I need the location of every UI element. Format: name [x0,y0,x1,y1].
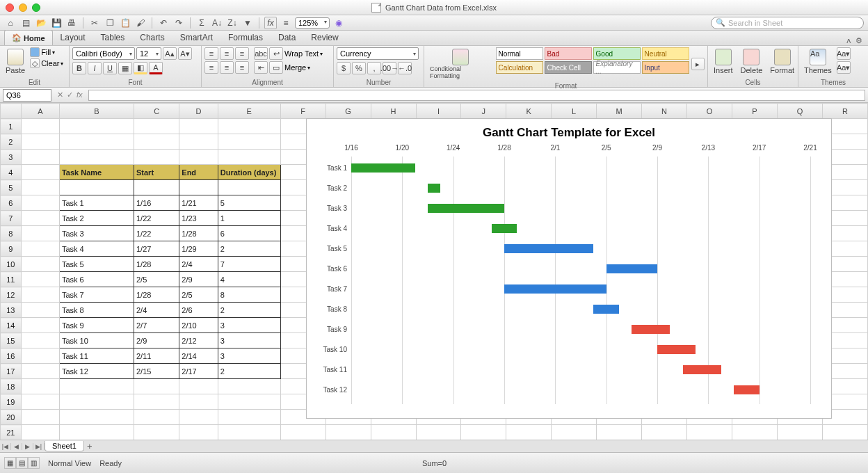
gantt-bar[interactable] [683,365,721,374]
row-header-8[interactable]: 8 [1,226,22,241]
cell[interactable] [134,180,179,195]
cell[interactable] [179,394,218,410]
cell[interactable]: 8 [218,287,280,303]
row-header-16[interactable]: 16 [1,348,22,364]
help-icon[interactable]: ◉ [332,17,345,29]
new-icon[interactable]: ▤ [19,17,32,29]
cell[interactable] [59,379,134,394]
gantt-bar[interactable] [606,264,657,273]
cell[interactable] [134,379,179,394]
cell[interactable] [506,425,552,440]
cell-style-bad[interactable]: Bad [545,47,592,60]
cell[interactable] [21,333,59,348]
cell[interactable]: 2/17 [179,364,218,379]
tab-prev-icon[interactable]: ◀ [11,443,22,450]
align-center-icon[interactable]: ≡ [220,61,234,74]
cell[interactable] [777,425,822,440]
format-painter-icon[interactable]: 🖌 [134,17,147,29]
cell[interactable]: 2/9 [179,272,218,287]
gantt-bar[interactable] [428,184,440,193]
filter-icon[interactable]: ▼ [241,17,254,29]
cell[interactable] [21,257,59,272]
cell[interactable] [134,119,179,134]
styles-more-icon[interactable]: ▸ [691,58,705,70]
indent-icon[interactable]: ⇤ [254,61,268,74]
cell[interactable]: 7 [218,257,280,272]
gantt-chart[interactable]: Gantt Chart Template for Excel 1/161/201… [306,118,832,419]
show-formula-icon[interactable]: ≡ [280,17,292,29]
tab-next-icon[interactable]: ▶ [22,443,33,450]
collapse-ribbon-icon[interactable]: ʌ [846,36,851,45]
cell[interactable]: 1/28 [134,257,179,272]
cell[interactable] [179,150,218,165]
col-header-Q[interactable]: Q [777,104,822,119]
decrease-font-icon[interactable]: A▾ [178,47,192,60]
col-header-E[interactable]: E [218,104,280,119]
cell[interactable]: 2/15 [134,364,179,379]
cell[interactable]: 1/21 [179,195,218,211]
cell[interactable] [21,226,59,241]
cell[interactable] [21,303,59,318]
insert-cells-button[interactable]: Insert [711,47,736,76]
align-top-center-icon[interactable]: ≡ [220,47,234,60]
confirm-formula-icon[interactable]: ✓ [67,90,73,99]
zoom-select[interactable]: 125% [295,17,330,29]
select-all-corner[interactable] [1,104,22,119]
gantt-bar[interactable] [657,345,696,354]
conditional-formatting-button[interactable]: Conditional Formatting [427,47,494,81]
cell[interactable]: Task 9 [59,318,134,333]
cell[interactable] [461,425,506,440]
fx-icon[interactable]: fx [264,17,277,29]
cell[interactable] [642,425,687,440]
cell[interactable]: Task 1 [59,195,134,211]
row-header-21[interactable]: 21 [1,425,22,440]
percent-icon[interactable]: % [352,62,366,74]
cell[interactable] [21,134,59,150]
col-header-I[interactable]: I [416,104,461,119]
paste-button[interactable]: Paste [3,47,28,76]
cell[interactable]: Duration (days) [218,165,280,180]
cell[interactable]: 1/23 [179,211,218,226]
tab-layout[interactable]: Layout [53,29,93,45]
cell[interactable] [179,410,218,425]
cell[interactable] [21,379,59,394]
cell[interactable] [218,410,280,425]
decrease-decimal-icon[interactable]: ←.0 [398,62,412,74]
font-size-select[interactable]: 12 [136,47,161,60]
cell[interactable]: Task 10 [59,333,134,348]
cell[interactable] [416,425,461,440]
row-header-20[interactable]: 20 [1,410,22,425]
cell-style-input[interactable]: Input [642,61,689,74]
col-header-G[interactable]: G [326,104,371,119]
cell[interactable] [218,150,280,165]
ribbon-settings-icon[interactable]: ⚙ [855,36,862,45]
row-header-19[interactable]: 19 [1,394,22,410]
cell[interactable]: 1/29 [179,241,218,257]
cell[interactable] [59,394,134,410]
cell[interactable] [21,410,59,425]
bold-button[interactable]: B [72,62,86,74]
cell[interactable] [179,119,218,134]
cell[interactable] [179,379,218,394]
row-header-4[interactable]: 4 [1,165,22,180]
cell[interactable] [218,119,280,134]
cell-style-good[interactable]: Good [593,47,641,60]
cell[interactable]: 2/10 [179,318,218,333]
merge-button[interactable]: ▭ [269,61,283,74]
tab-last-icon[interactable]: ▶| [33,443,45,450]
cell[interactable]: 2/7 [134,318,179,333]
cell[interactable] [552,425,597,440]
cell[interactable]: Task 4 [59,241,134,257]
col-header-P[interactable]: P [732,104,777,119]
redo-icon[interactable]: ↷ [172,17,185,29]
row-header-10[interactable]: 10 [1,257,22,272]
cell[interactable]: Task 8 [59,303,134,318]
cell[interactable]: Task 12 [59,364,134,379]
cell[interactable]: 2 [218,364,280,379]
name-box[interactable]: Q36 [3,89,51,102]
row-header-18[interactable]: 18 [1,379,22,394]
cell[interactable]: 3 [218,333,280,348]
col-header-H[interactable]: H [371,104,416,119]
col-header-N[interactable]: N [642,104,687,119]
cell[interactable] [732,425,777,440]
